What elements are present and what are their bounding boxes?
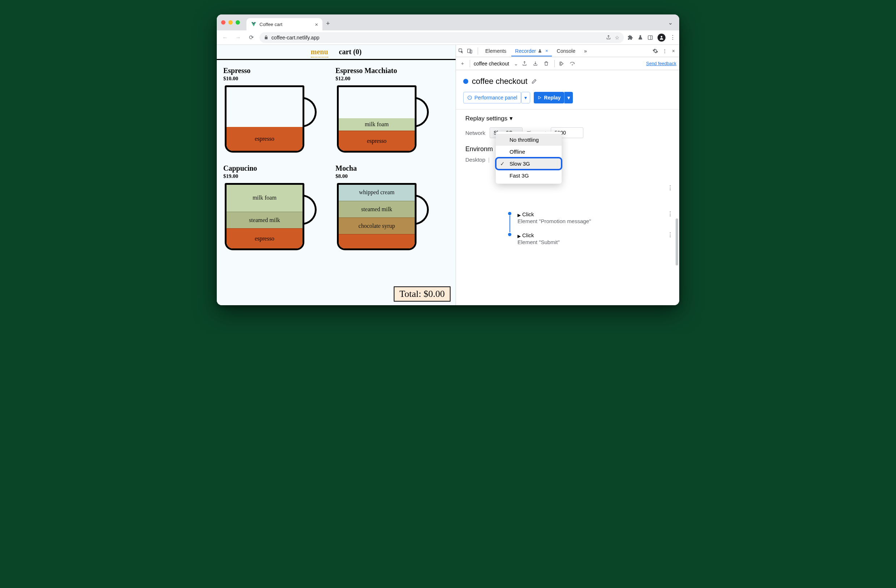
close-window[interactable] [221,20,226,24]
mug-illustration: milk foam espresso [335,85,429,154]
step-menu-icon[interactable]: ⋮ [667,184,673,191]
tab-recorder[interactable]: Recorder × [511,46,552,56]
product-price: $8.00 [335,173,440,179]
device-toggle-icon[interactable] [467,48,474,54]
caret-right-icon: ▶ [518,213,521,218]
replay-more-icon[interactable]: ▾ [564,92,573,103]
devtools-menu-icon[interactable]: ⋮ [661,48,668,54]
url-text: coffee-cart.netlify.app [271,35,320,41]
settings-icon[interactable] [652,48,660,54]
layer-milk-foam: milk foam [227,184,303,211]
layer-steamed-milk: steamed milk [227,211,303,228]
product-espresso[interactable]: Espresso $10.00 espresso [223,67,328,154]
close-tab-icon[interactable]: × [315,21,318,27]
forward-button[interactable]: → [233,33,243,42]
continue-icon[interactable] [558,61,565,67]
product-price: $12.00 [335,76,440,82]
dropdown-item-no-throttling[interactable]: No throttling [496,134,562,146]
nav-cart-link[interactable]: cart (0) [339,48,362,56]
site-nav: menu cart (0) [217,45,456,60]
layer-espresso: espresso [339,131,415,151]
step-item[interactable]: ▶Click Element "Submit" ⋮ [508,231,674,252]
dropdown-item-fast-3g[interactable]: Fast 3G [496,170,562,182]
svg-point-2 [661,36,663,38]
reload-button[interactable]: ⟳ [247,33,256,42]
caret-right-icon: ▶ [518,234,521,239]
close-devtools-icon[interactable]: × [670,48,677,54]
replay-settings-heading[interactable]: Replay settings ▾ [465,115,672,122]
step-menu-icon[interactable]: ⋮ [667,231,673,238]
layer-steamed-milk: steamed milk [339,201,415,217]
share-icon[interactable] [606,35,611,41]
tab-elements[interactable]: Elements [482,46,510,56]
nav-menu-link[interactable]: menu [311,48,328,56]
network-dropdown: No throttling Offline Slow 3G Fast 3G [496,132,562,184]
tab-overflow-icon[interactable]: ⌄ [666,19,675,26]
step-bullet-icon [508,233,511,236]
recording-title: coffee checkout [463,77,674,86]
steps-list: ⋮ ▶Click Element "Promotion message" ⋮ ▶… [461,210,674,252]
side-panel-icon[interactable] [648,35,653,41]
product-name: Mocha [335,164,440,173]
send-feedback-link[interactable]: Send feedback [646,61,677,66]
new-tab-button[interactable]: + [326,20,330,27]
edit-title-icon[interactable] [531,79,537,84]
vue-favicon-icon [251,21,257,27]
replay-button[interactable]: Replay [534,92,564,103]
tab-strip: Coffee cart × + ⌄ [217,14,679,30]
step-menu-icon[interactable]: ⋮ [667,210,673,217]
mug-illustration: espresso [223,85,317,154]
import-icon[interactable] [533,61,540,66]
profile-avatar[interactable] [658,33,666,42]
product-cappucino[interactable]: Cappucino $19.00 milk foam steamed milk … [223,164,328,252]
page-content: menu cart (0) Espresso $10.00 espresso [217,45,456,305]
maximize-window[interactable] [236,20,240,24]
omnibox[interactable]: coffee-cart.netlify.app ☆ [259,32,624,43]
product-macchiato[interactable]: Espresso Macchiato $12.00 milk foam espr… [335,67,440,154]
extensions-icon[interactable] [628,35,633,41]
export-icon[interactable] [522,61,529,66]
close-panel-icon[interactable]: × [546,48,548,53]
recording-status-icon [463,79,468,84]
chevron-down-icon: ▾ [509,115,513,122]
delete-icon[interactable] [544,61,551,66]
window-controls [221,20,240,24]
labs-icon[interactable] [638,35,643,40]
step-icon[interactable] [569,61,576,66]
inspect-icon[interactable] [458,48,465,54]
new-recording-icon[interactable]: ＋ [459,61,466,67]
browser-tab[interactable]: Coffee cart × [247,18,322,30]
step-item[interactable]: ▶Click Element "Promotion message" ⋮ [508,210,674,231]
dropdown-item-offline[interactable]: Offline [496,146,562,158]
product-mocha[interactable]: Mocha $8.00 whipped cream steamed milk c… [335,164,440,252]
step-subtitle: Element "Submit" [518,239,674,245]
minimize-window[interactable] [229,20,233,24]
tab-title: Coffee cart [259,22,282,27]
flask-icon [538,49,542,53]
mug-illustration: milk foam steamed milk espresso [223,183,317,252]
tabs-overflow-icon[interactable]: » [581,46,591,56]
browser-window: Coffee cart × + ⌄ ← → ⟳ coffee-cart.netl… [217,14,679,305]
layer-espresso: espresso [227,228,303,248]
devtools-panel: Elements Recorder × Console » ⋮ × [456,45,679,305]
product-name: Espresso Macchiato [335,67,440,75]
total-button[interactable]: Total: $0.00 [394,286,451,302]
layer-whipped-cream: whipped cream [339,184,415,201]
svg-rect-0 [648,35,652,40]
performance-panel-button[interactable]: Performance panel [463,92,521,103]
lock-icon [264,35,268,40]
scrollbar-thumb[interactable] [676,219,678,266]
product-price: $10.00 [223,76,328,82]
browser-menu-icon[interactable]: ⋮ [670,34,676,41]
product-name: Espresso [223,67,328,75]
bookmark-icon[interactable]: ☆ [615,35,620,41]
performance-panel-more-icon[interactable]: ▾ [521,92,530,103]
product-price: $19.00 [223,173,328,179]
svg-point-6 [572,64,573,65]
tab-console[interactable]: Console [553,46,579,56]
mug-illustration: whipped cream steamed milk chocolate syr… [335,183,429,252]
recording-select[interactable]: coffee checkout [474,61,518,67]
devtools-tabbar: Elements Recorder × Console » ⋮ × [456,45,679,57]
back-button[interactable]: ← [220,33,230,42]
dropdown-item-slow-3g[interactable]: Slow 3G [496,158,562,170]
